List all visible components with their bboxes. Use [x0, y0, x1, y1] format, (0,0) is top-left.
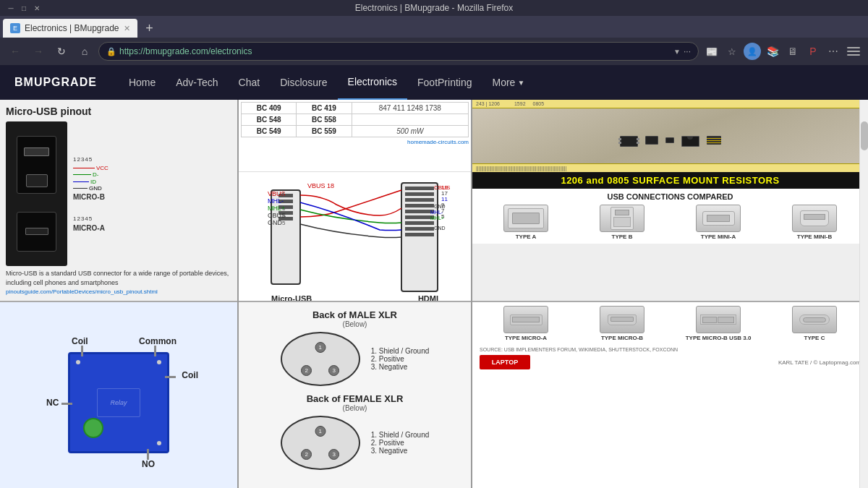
- nav-disclosure[interactable]: Disclosure: [270, 65, 337, 100]
- synced-tabs-icon[interactable]: 🖥: [784, 43, 801, 60]
- tab-title: Electronics | BMupgrade: [25, 23, 119, 33]
- relay-common-label: Common: [139, 336, 176, 346]
- usb-micro-b-30: TYPE MICRO-B USB 3.0: [672, 306, 765, 341]
- svg-text:MHL+: MHL+: [430, 215, 444, 221]
- svg-text:VBUS 18: VBUS 18: [307, 182, 334, 189]
- svg-text:MHL-: MHL-: [430, 210, 443, 215]
- library-icon[interactable]: 📚: [764, 43, 781, 60]
- smt-title-banner: 1206 and 0805 SURFACE MOUNT RESISTORS: [472, 172, 868, 189]
- nav-adv-tech-label: Adv-Tech: [176, 77, 218, 88]
- lock-icon: 🔒: [106, 47, 116, 56]
- nav-home-label: Home: [129, 77, 156, 88]
- svg-rect-25: [405, 233, 434, 236]
- svg-rect-22: [405, 215, 434, 219]
- svg-text:3: 3: [282, 205, 286, 212]
- usb-type-b: TYPE B: [576, 205, 668, 240]
- circuit-source-label: homemade-circuits.com: [241, 139, 469, 145]
- page-scrollbar[interactable]: [859, 100, 868, 488]
- tab-close-button[interactable]: ✕: [124, 24, 130, 33]
- svg-text:2: 2: [282, 198, 286, 205]
- nav-adv-tech[interactable]: Adv-Tech: [166, 65, 228, 100]
- svg-rect-18: [405, 192, 434, 196]
- usb-description: Micro-USB is a standard USB connector fo…: [6, 269, 231, 287]
- nav-electronics[interactable]: Electronics: [338, 65, 407, 100]
- home-button[interactable]: ⌂: [75, 42, 94, 61]
- url-text: https://bmupgrade.com/electronics: [119, 46, 252, 56]
- nav-chat-label: Chat: [239, 77, 260, 88]
- nav-chat[interactable]: Chat: [229, 65, 271, 100]
- svg-rect-24: [405, 227, 434, 231]
- usb-type-a-label: TYPE A: [516, 234, 537, 240]
- svg-text:CBUS: CBUS: [434, 184, 450, 191]
- xlr-female-title: Back of FEMALE XLR: [307, 393, 404, 404]
- smt-resistors-block: 243 | 1206 1592 0805: [472, 100, 868, 302]
- nav-footprinting[interactable]: FootPrinting: [407, 65, 482, 100]
- usb-type-b-label: TYPE B: [612, 234, 633, 240]
- usb-connections-bottom: TYPE MICRO-A TYPE MICRO-B: [472, 302, 868, 488]
- svg-rect-17: [405, 187, 434, 190]
- micro-b-label: MICRO-B: [73, 193, 231, 201]
- svg-rect-21: [405, 210, 434, 213]
- svg-text:GND: GND: [434, 226, 446, 231]
- bookmark-icon[interactable]: ☆: [723, 43, 741, 60]
- new-tab-button[interactable]: +: [140, 19, 159, 38]
- overflow-menu-icon[interactable]: ⋯: [825, 43, 842, 60]
- relay-diagram-block: Coil Common Coil NC NO Relay: [0, 302, 237, 488]
- nav-more-label: More: [493, 77, 516, 88]
- svg-text:4: 4: [282, 213, 286, 219]
- account-icon[interactable]: 👤: [744, 43, 761, 60]
- relay-no-label: NO: [142, 459, 155, 469]
- active-tab[interactable]: E Electronics | BMupgrade ✕: [3, 19, 137, 38]
- svg-text:MHL-: MHL-: [268, 197, 284, 205]
- center-column: BC 409 BC 419 847 411 1248 1738 BC 548 B…: [239, 100, 472, 488]
- pocket-icon[interactable]: P: [804, 43, 822, 60]
- forward-button[interactable]: →: [29, 42, 48, 61]
- xlr-diagram-block: Back of MALE XLR (Below) 1 2 3 1. Shield…: [239, 302, 471, 488]
- hdmi-diagram-svg: VBUS MHL- MHL+ CBUS GND 1 2 3 4 5: [242, 176, 467, 299]
- url-bar[interactable]: 🔒 https://bmupgrade.com/electronics ▼ ··…: [98, 42, 699, 61]
- svg-rect-19: [405, 198, 434, 202]
- relay-coil1-label: Coil: [72, 336, 88, 346]
- nav-electronics-label: Electronics: [348, 76, 397, 87]
- usb-type-c: TYPE C: [768, 306, 861, 341]
- addressbar-tools: 📰 ☆ 👤 📚 🖥 P ⋯: [703, 43, 862, 60]
- micro-usb-title: Micro-USB pinout: [6, 106, 231, 117]
- refresh-button[interactable]: ↻: [52, 42, 71, 61]
- micro-usb-pinout-block: Micro-USB pinout: [0, 100, 237, 302]
- xlr-female-legend-2: 2. Positive: [371, 439, 430, 447]
- addressbar: ← → ↻ ⌂ 🔒 https://bmupgrade.com/electron…: [0, 38, 868, 65]
- xlr-female-legend-3: 3. Negative: [371, 447, 430, 455]
- xlr-male-title: Back of MALE XLR: [312, 309, 397, 320]
- back-button[interactable]: ←: [6, 42, 25, 61]
- usb-micro-b-label: TYPE MICRO-B: [601, 335, 643, 341]
- usb-type-c-label: TYPE C: [804, 335, 825, 341]
- url-options-icon[interactable]: ···: [684, 46, 691, 56]
- titlebar-maximize[interactable]: □: [19, 3, 29, 13]
- nav-home[interactable]: Home: [119, 65, 166, 100]
- nav-more[interactable]: More ▼: [482, 65, 535, 100]
- reader-mode-icon[interactable]: 📰: [703, 43, 720, 60]
- usb-source-link[interactable]: pinoutsguide.com/PortableDevices/micro_u…: [6, 288, 231, 295]
- svg-text:1: 1: [282, 191, 286, 197]
- titlebar: ─ □ ✕ Electronics | BMupgrade - Mozilla …: [0, 0, 868, 16]
- brand-logo[interactable]: BMUPGRADE: [14, 76, 97, 89]
- scrollbar-thumb[interactable]: [861, 121, 868, 150]
- titlebar-minimize[interactable]: ─: [6, 3, 16, 13]
- usb-micro-a-label: TYPE MICRO-A: [505, 335, 547, 341]
- nav-disclosure-label: Disclosure: [280, 77, 327, 88]
- svg-rect-23: [405, 221, 434, 225]
- xlr-male-legend-3: 3. Negative: [371, 363, 430, 371]
- usb-connections-area: USB CONNECTIONS COMPARED TYPE A: [472, 189, 868, 244]
- usb-type-mini-b: TYPE MINI-B: [768, 205, 861, 240]
- url-dropdown-icon[interactable]: ▼: [673, 48, 681, 56]
- xlr-female-legend-1: 1. Shield / Ground: [371, 431, 430, 439]
- titlebar-close[interactable]: ✕: [32, 3, 42, 13]
- relay-nc-label: NC: [46, 398, 59, 408]
- tab-favicon: E: [10, 23, 20, 33]
- svg-text:GND: GND: [434, 204, 446, 209]
- hamburger-menu-icon[interactable]: [845, 43, 862, 60]
- usb-connections-title: USB CONNECTIONS COMPARED: [476, 192, 864, 201]
- xlr-male-legend-1: 1. Shield / Ground: [371, 347, 430, 355]
- relay-coil2-label: Coil: [182, 370, 198, 380]
- svg-rect-20: [405, 204, 434, 207]
